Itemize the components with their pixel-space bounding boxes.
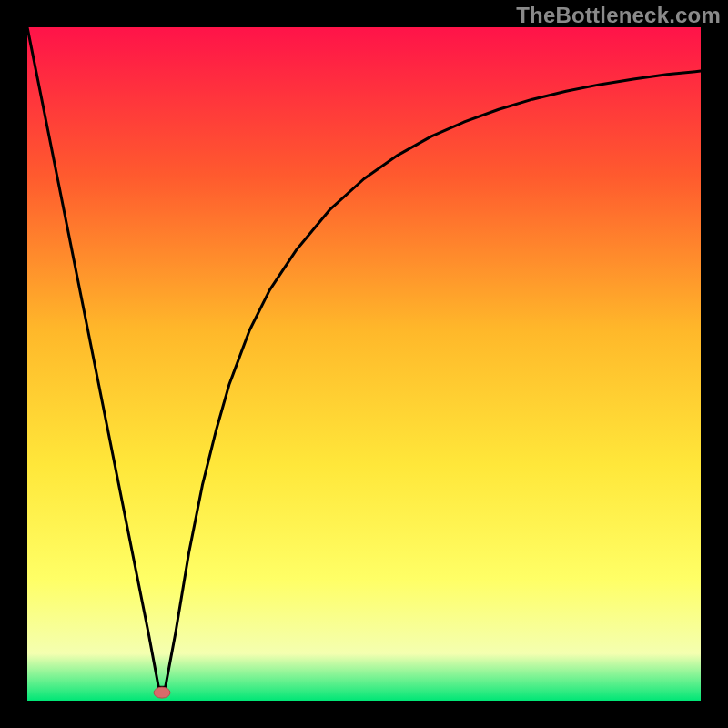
optimum-marker	[154, 687, 170, 698]
chart-svg	[27, 27, 701, 701]
watermark-text: TheBottleneck.com	[516, 3, 721, 28]
plot-area	[27, 27, 701, 701]
chart-frame: TheBottleneck.com	[0, 0, 728, 728]
gradient-background	[27, 27, 701, 701]
